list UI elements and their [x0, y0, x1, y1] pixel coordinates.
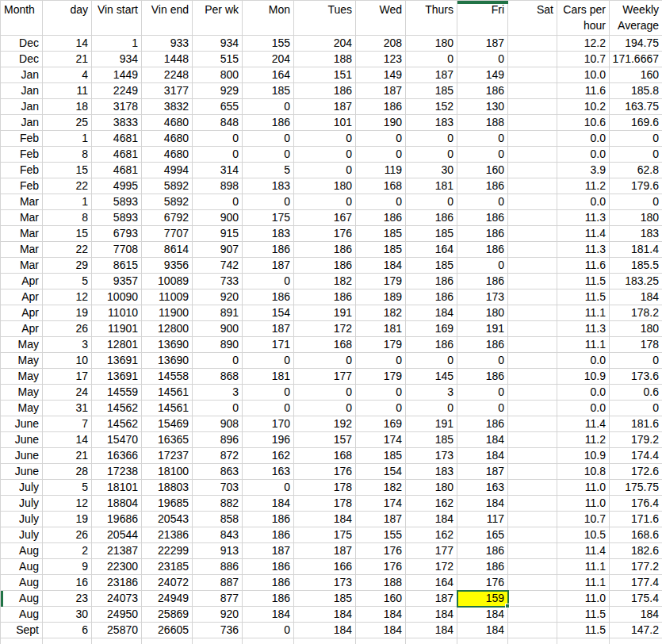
cell[interactable]: 184 — [356, 607, 406, 623]
cell[interactable]: 25 — [43, 115, 92, 131]
cell[interactable]: 181 — [356, 321, 406, 337]
cell[interactable]: 174 — [356, 496, 406, 512]
cell[interactable]: 188 — [294, 52, 356, 67]
cell[interactable]: 4995 — [92, 178, 142, 194]
cell[interactable]: 7 — [43, 416, 92, 432]
cell[interactable]: 117 — [457, 512, 508, 527]
cell[interactable]: 166 — [294, 559, 356, 575]
cell[interactable]: 164 — [406, 242, 457, 258]
cell[interactable] — [508, 305, 557, 321]
cell[interactable]: 119 — [356, 163, 406, 178]
cell[interactable] — [508, 210, 557, 226]
cell[interactable]: 24949 — [142, 591, 193, 607]
cell[interactable] — [508, 512, 557, 527]
cell[interactable]: 0 — [243, 623, 294, 638]
cell[interactable]: 11.1 — [557, 305, 610, 321]
cell[interactable]: 155 — [243, 36, 294, 52]
cell[interactable]: 9 — [43, 559, 92, 575]
cell[interactable]: 187 — [243, 321, 294, 337]
cell[interactable]: Apr — [1, 289, 43, 305]
cell[interactable]: 185.5 — [610, 258, 662, 274]
cell[interactable]: 168.6 — [610, 527, 662, 543]
cell[interactable]: Mar — [1, 258, 43, 274]
cell[interactable] — [243, 638, 294, 644]
cell[interactable]: 174.4 — [610, 448, 662, 464]
cell[interactable]: 11.5 — [557, 274, 610, 289]
cell[interactable]: 0.0 — [557, 131, 610, 147]
cell[interactable]: 208 — [356, 36, 406, 52]
cell[interactable]: 184 — [457, 448, 508, 464]
cell[interactable]: 186 — [457, 210, 508, 226]
cell[interactable]: 10.2 — [557, 99, 610, 115]
cell[interactable]: 151 — [294, 67, 356, 83]
cell[interactable]: 187 — [457, 36, 508, 52]
cell[interactable]: 154 — [243, 305, 294, 321]
cell[interactable]: 0 — [356, 147, 406, 163]
cell[interactable]: 907 — [193, 242, 243, 258]
cell[interactable]: 185 — [356, 242, 406, 258]
cell[interactable]: 181 — [406, 178, 457, 194]
cell[interactable]: 11.3 — [557, 242, 610, 258]
cell[interactable] — [508, 163, 557, 178]
cell[interactable] — [508, 480, 557, 496]
cell[interactable]: 0 — [294, 163, 356, 178]
cell[interactable]: 10.9 — [557, 448, 610, 464]
cell[interactable]: 882 — [193, 496, 243, 512]
cell[interactable]: 10.7 — [557, 52, 610, 67]
cell[interactable]: 898 — [193, 178, 243, 194]
cell[interactable]: 8 — [43, 147, 92, 163]
cell[interactable]: 185 — [243, 83, 294, 99]
cell[interactable]: 177.4 — [610, 575, 662, 591]
cell[interactable]: 62.8 — [610, 163, 662, 178]
cell[interactable]: 14562 — [92, 416, 142, 432]
cell[interactable] — [508, 194, 557, 210]
cell[interactable]: 145 — [406, 369, 457, 385]
cell[interactable]: 179 — [356, 274, 406, 289]
cell[interactable] — [508, 131, 557, 147]
cell[interactable]: 20543 — [142, 512, 193, 527]
cell[interactable]: 0 — [356, 401, 406, 416]
cell[interactable]: 0 — [294, 194, 356, 210]
cell[interactable]: 30 — [406, 163, 457, 178]
cell[interactable] — [508, 83, 557, 99]
cell[interactable]: 123 — [356, 52, 406, 67]
cell[interactable]: 5 — [43, 480, 92, 496]
cell[interactable]: Aug — [1, 559, 43, 575]
cell[interactable]: 0 — [457, 385, 508, 401]
cell[interactable]: 184 — [294, 623, 356, 638]
cell[interactable]: 184 — [610, 289, 662, 305]
cell[interactable]: 8 — [43, 210, 92, 226]
cell[interactable]: 186 — [457, 226, 508, 242]
cell[interactable]: 23186 — [92, 575, 142, 591]
cell[interactable]: 920 — [193, 607, 243, 623]
cell[interactable]: 190 — [356, 115, 406, 131]
cell[interactable]: 168 — [356, 178, 406, 194]
column-header-weekly-average[interactable]: Weekly Average — [610, 1, 662, 36]
cell[interactable] — [508, 575, 557, 591]
cell[interactable] — [294, 638, 356, 644]
cell[interactable]: 6793 — [92, 226, 142, 242]
cell[interactable]: 5892 — [142, 178, 193, 194]
cell[interactable]: 0.0 — [557, 353, 610, 369]
cell[interactable]: 173 — [294, 575, 356, 591]
cell[interactable]: 186 — [243, 575, 294, 591]
cell[interactable]: 15 — [43, 226, 92, 242]
cell[interactable]: 186 — [457, 559, 508, 575]
cell[interactable]: 183 — [406, 464, 457, 480]
cell[interactable]: Mar — [1, 242, 43, 258]
cell[interactable]: 1 — [43, 131, 92, 147]
cell[interactable] — [508, 274, 557, 289]
cell[interactable]: 11.3 — [557, 321, 610, 337]
cell[interactable] — [508, 52, 557, 67]
cell[interactable]: Feb — [1, 131, 43, 147]
cell[interactable] — [508, 258, 557, 274]
cell[interactable]: 155 — [356, 527, 406, 543]
cell[interactable]: 179 — [356, 369, 406, 385]
cell[interactable]: 742 — [193, 258, 243, 274]
cell[interactable]: 18100 — [142, 464, 193, 480]
cell[interactable]: 23185 — [142, 559, 193, 575]
cell[interactable]: 186 — [457, 337, 508, 353]
cell[interactable]: 4681 — [92, 131, 142, 147]
cell[interactable]: Aug — [1, 575, 43, 591]
cell[interactable]: 14558 — [142, 369, 193, 385]
